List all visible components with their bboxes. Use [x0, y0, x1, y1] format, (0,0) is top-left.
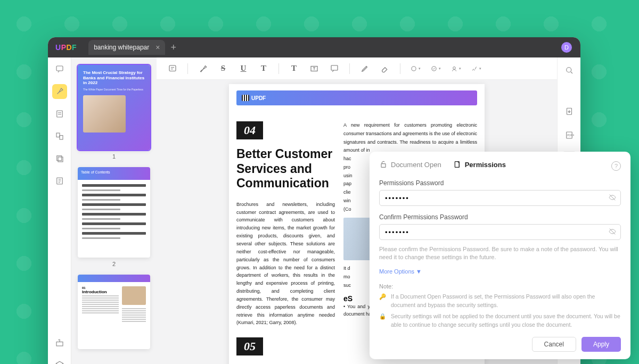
tab-permissions[interactable]: Permissions — [453, 160, 506, 172]
svg-rect-20 — [381, 164, 386, 168]
note-item: 🔒 Security settings will not be applied … — [379, 312, 621, 329]
user-avatar[interactable]: D — [561, 42, 572, 53]
svg-rect-1 — [56, 111, 62, 117]
svg-point-11 — [412, 66, 416, 70]
svg-rect-8 — [169, 65, 176, 71]
body-text: Brochures and newsletters, including cus… — [236, 201, 335, 327]
strikethrough-icon[interactable]: S — [218, 63, 228, 74]
tab-title: banking whitepapar — [94, 44, 149, 51]
confirm-password-label: Confirm Permissions Password — [379, 213, 621, 221]
signature-icon[interactable] — [471, 63, 481, 74]
note-icon[interactable] — [167, 63, 178, 74]
page-thumbnail-2[interactable]: Table of Contents — [78, 167, 150, 258]
crop-tool-icon[interactable] — [52, 151, 67, 166]
text-icon[interactable]: T — [289, 63, 299, 74]
svg-rect-4 — [56, 156, 61, 161]
thumbnail-image — [122, 286, 146, 305]
password-label: Permissions Password — [379, 179, 621, 187]
svg-rect-0 — [56, 66, 63, 71]
squiggly-icon[interactable]: T — [258, 63, 269, 74]
page-header: UPDF — [236, 90, 477, 105]
password-hint: Please confirm the Permissions Password.… — [379, 245, 621, 262]
confirm-password-input[interactable] — [379, 224, 621, 240]
toggle-visibility-icon[interactable] — [608, 227, 617, 238]
underline-icon[interactable]: U — [238, 63, 249, 74]
toggle-visibility-icon[interactable] — [608, 193, 617, 204]
svg-rect-5 — [58, 157, 63, 162]
body-text: A new requirement for customers promotin… — [343, 121, 477, 155]
pdfa-icon[interactable]: PDF/A — [562, 128, 577, 143]
svg-rect-2 — [56, 133, 60, 137]
permissions-password-input[interactable] — [379, 190, 621, 206]
shape-circle-icon[interactable] — [410, 63, 421, 74]
note-item: 🔑 If a Document Open Password is set, th… — [379, 293, 621, 310]
highlight-tool-icon[interactable] — [52, 84, 67, 99]
stamp-icon[interactable] — [430, 63, 441, 74]
comment-tool-icon[interactable] — [52, 62, 67, 77]
sticker-icon[interactable] — [450, 63, 461, 74]
dialog-tabs: Document Open Permissions ? — [379, 160, 621, 172]
cancel-button[interactable]: Cancel — [532, 337, 576, 352]
section-heading: Better Customer Services and Communicati… — [236, 147, 335, 191]
textbox-icon[interactable] — [309, 63, 320, 74]
svg-text:PDF/A: PDF/A — [567, 134, 574, 137]
permissions-icon — [453, 160, 462, 169]
pencil-icon[interactable] — [359, 63, 370, 74]
new-tab-button[interactable]: + — [170, 42, 176, 53]
dialog-buttons: Cancel Apply — [379, 337, 621, 352]
gift-icon[interactable] — [52, 335, 67, 350]
left-sidebar — [48, 57, 71, 364]
svg-point-14 — [566, 68, 571, 72]
key-icon: 🔑 — [379, 293, 387, 310]
marker-icon[interactable] — [198, 63, 208, 74]
more-options-link[interactable]: More Options ▼ — [379, 268, 621, 275]
svg-rect-10 — [331, 65, 338, 70]
lock-icon: 🔒 — [379, 312, 387, 329]
lock-open-icon — [379, 160, 388, 169]
export-icon[interactable] — [562, 104, 577, 119]
thumbnails-panel: The Most Crucial Strategy for Banks and … — [71, 57, 157, 364]
svg-point-13 — [453, 67, 456, 69]
page-number: 1 — [78, 153, 150, 160]
page-thumbnail-3[interactable]: 01 Introduction — [78, 275, 150, 349]
apply-button[interactable]: Apply — [581, 337, 621, 352]
notes-section: Note: 🔑 If a Document Open Password is s… — [379, 283, 621, 329]
svg-rect-7 — [56, 342, 63, 346]
eraser-icon[interactable] — [380, 63, 390, 74]
security-dialog: Document Open Permissions ? Permissions … — [370, 152, 630, 359]
tab-document-open[interactable]: Document Open — [379, 160, 441, 172]
organize-pages-icon[interactable] — [52, 129, 67, 144]
page-number: 2 — [78, 261, 150, 267]
edit-text-tool-icon[interactable] — [52, 106, 67, 121]
svg-rect-3 — [60, 136, 63, 140]
document-tab[interactable]: banking whitepapar × — [88, 40, 165, 55]
search-icon[interactable] — [562, 63, 577, 78]
app-logo: UPDF — [55, 43, 77, 52]
section-number: 04 — [236, 121, 263, 139]
help-icon[interactable]: ? — [611, 161, 621, 171]
close-tab-icon[interactable]: × — [155, 43, 160, 52]
layers-icon[interactable] — [52, 358, 67, 364]
form-tool-icon[interactable] — [52, 173, 67, 188]
thumbnail-image — [83, 95, 126, 133]
annotation-toolbar: S U T T — [157, 57, 557, 80]
page-thumbnail-1[interactable]: The Most Crucial Strategy for Banks and … — [78, 65, 150, 150]
callout-icon[interactable] — [329, 63, 340, 74]
section-number: 05 — [236, 337, 263, 355]
titlebar: UPDF banking whitepapar × + D — [48, 37, 580, 57]
